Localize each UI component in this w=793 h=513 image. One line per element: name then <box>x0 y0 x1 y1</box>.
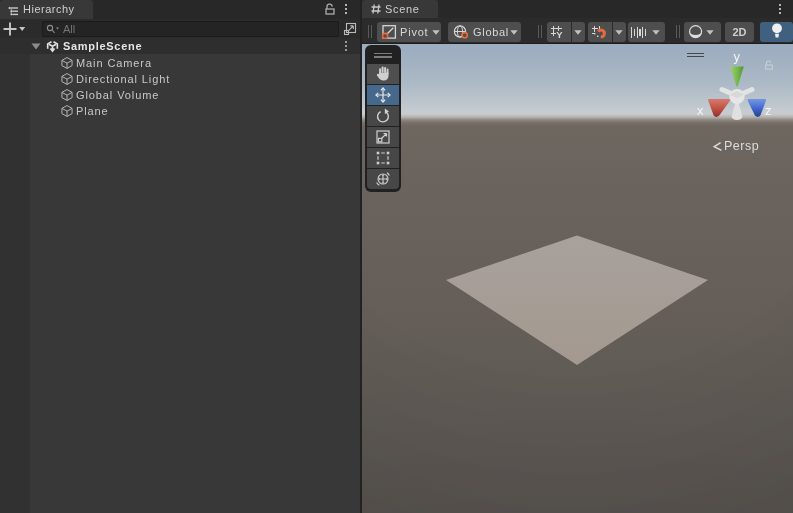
svg-text:Y: Y <box>556 29 563 39</box>
svg-text:y: y <box>734 49 741 64</box>
svg-text:z: z <box>765 103 772 118</box>
svg-text:x: x <box>697 103 704 118</box>
